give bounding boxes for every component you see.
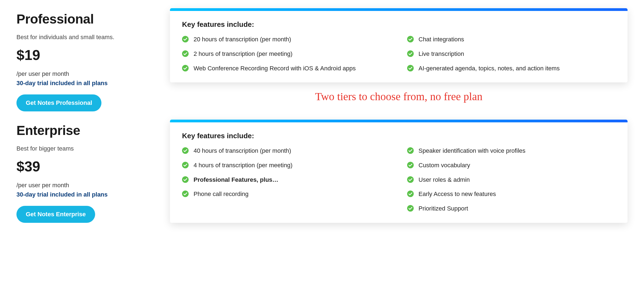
- check-circle-icon: [182, 147, 189, 154]
- feature-text: User roles & admin: [419, 176, 470, 184]
- check-circle-icon: [182, 50, 189, 57]
- feature-text: Custom vocabulary: [419, 161, 470, 170]
- svg-point-0: [182, 36, 189, 42]
- check-circle-icon: [407, 191, 414, 197]
- check-circle-icon: [182, 36, 189, 42]
- tier-subtitle: Best for bigger teams: [16, 145, 148, 152]
- pricing-tier-professional: Professional Best for individuals and sm…: [16, 8, 628, 111]
- features-card: Key features include: 20 hours of transc…: [170, 8, 628, 82]
- feature-item: 20 hours of transcription (per month): [182, 35, 391, 44]
- card-accent-bar: [170, 120, 628, 122]
- features-column-left: 40 hours of transcription (per month)4 h…: [182, 147, 391, 213]
- check-circle-icon: [182, 162, 189, 168]
- feature-text: Web Conference Recording Record with iOS…: [194, 64, 356, 73]
- svg-point-11: [407, 162, 414, 168]
- feature-item: Chat integrations: [407, 35, 616, 44]
- feature-item: 40 hours of transcription (per month): [182, 147, 391, 155]
- tier-price: $39: [16, 158, 148, 175]
- check-circle-icon: [407, 162, 414, 168]
- tier-subtitle: Best for individuals and small teams.: [16, 34, 148, 41]
- tier-info: Professional Best for individuals and sm…: [16, 8, 148, 111]
- tier-price: $19: [16, 47, 148, 63]
- features-heading: Key features include:: [182, 132, 615, 140]
- tier-features-panel: Key features include: 20 hours of transc…: [170, 8, 628, 109]
- feature-item: Custom vocabulary: [407, 161, 616, 170]
- feature-text: 20 hours of transcription (per month): [194, 35, 291, 44]
- feature-item: Speaker identification with voice profil…: [407, 147, 616, 155]
- card-accent-bar: [170, 8, 628, 11]
- svg-point-5: [407, 65, 414, 71]
- feature-text: Chat integrations: [419, 35, 464, 44]
- feature-item: Professional Features, plus…: [182, 176, 391, 184]
- svg-point-3: [407, 36, 414, 42]
- feature-item: Web Conference Recording Record with iOS…: [182, 64, 391, 73]
- svg-point-7: [182, 162, 189, 168]
- tier-trial-note: 30-day trial included in all plans: [16, 191, 148, 198]
- svg-point-1: [182, 50, 189, 57]
- feature-item: Phone call recording: [182, 190, 391, 198]
- features-card: Key features include: 40 hours of transc…: [170, 120, 628, 223]
- svg-point-12: [407, 176, 414, 183]
- feature-text: Speaker identification with voice profil…: [419, 147, 526, 155]
- svg-point-13: [407, 191, 414, 197]
- svg-point-6: [182, 147, 189, 154]
- feature-text: 4 hours of transcription (per meeting): [194, 161, 293, 170]
- tier-features-panel: Key features include: 40 hours of transc…: [170, 120, 628, 223]
- check-circle-icon: [407, 65, 414, 71]
- tier-per-user: /per user per month: [16, 70, 148, 77]
- pricing-tier-enterprise: Enterprise Best for bigger teams $39 /pe…: [16, 120, 628, 223]
- svg-point-4: [407, 50, 414, 57]
- feature-item: AI-generated agenda, topics, notes, and …: [407, 64, 616, 73]
- feature-item: User roles & admin: [407, 176, 616, 184]
- check-circle-icon: [407, 205, 414, 212]
- svg-point-14: [407, 205, 414, 212]
- check-circle-icon: [407, 36, 414, 42]
- tier-title: Professional: [16, 11, 148, 27]
- feature-item: Early Access to new features: [407, 190, 616, 198]
- check-circle-icon: [407, 147, 414, 154]
- check-circle-icon: [182, 176, 189, 183]
- feature-text: Professional Features, plus…: [194, 176, 278, 184]
- svg-point-9: [182, 191, 189, 197]
- feature-item: Live transcription: [407, 50, 616, 58]
- features-column-right: Chat integrationsLive transcriptionAI-ge…: [407, 35, 616, 73]
- features-column-left: 20 hours of transcription (per month)2 h…: [182, 35, 391, 73]
- feature-text: Phone call recording: [194, 190, 249, 198]
- tier-info: Enterprise Best for bigger teams $39 /pe…: [16, 120, 148, 223]
- svg-point-2: [182, 65, 189, 71]
- feature-text: AI-generated agenda, topics, notes, and …: [419, 64, 560, 73]
- feature-text: Prioritized Support: [419, 204, 468, 213]
- tier-title: Enterprise: [16, 123, 148, 138]
- svg-point-8: [182, 176, 189, 183]
- feature-text: Live transcription: [419, 50, 464, 58]
- annotation-text: Two tiers to choose from, no free plan: [170, 90, 628, 103]
- feature-item: 2 hours of transcription (per meeting): [182, 50, 391, 58]
- svg-point-10: [407, 147, 414, 154]
- features-heading: Key features include:: [182, 20, 615, 29]
- feature-text: 2 hours of transcription (per meeting): [194, 50, 293, 58]
- tier-per-user: /per user per month: [16, 182, 148, 189]
- feature-item: Prioritized Support: [407, 204, 616, 213]
- check-circle-icon: [182, 191, 189, 197]
- get-notes-enterprise-button[interactable]: Get Notes Enterprise: [16, 206, 95, 223]
- check-circle-icon: [182, 65, 189, 71]
- check-circle-icon: [407, 176, 414, 183]
- feature-text: 40 hours of transcription (per month): [194, 147, 291, 155]
- feature-item: 4 hours of transcription (per meeting): [182, 161, 391, 170]
- check-circle-icon: [407, 50, 414, 57]
- tier-trial-note: 30-day trial included in all plans: [16, 80, 148, 87]
- get-notes-professional-button[interactable]: Get Notes Professional: [16, 94, 101, 111]
- features-column-right: Speaker identification with voice profil…: [407, 147, 616, 213]
- feature-text: Early Access to new features: [419, 190, 496, 198]
